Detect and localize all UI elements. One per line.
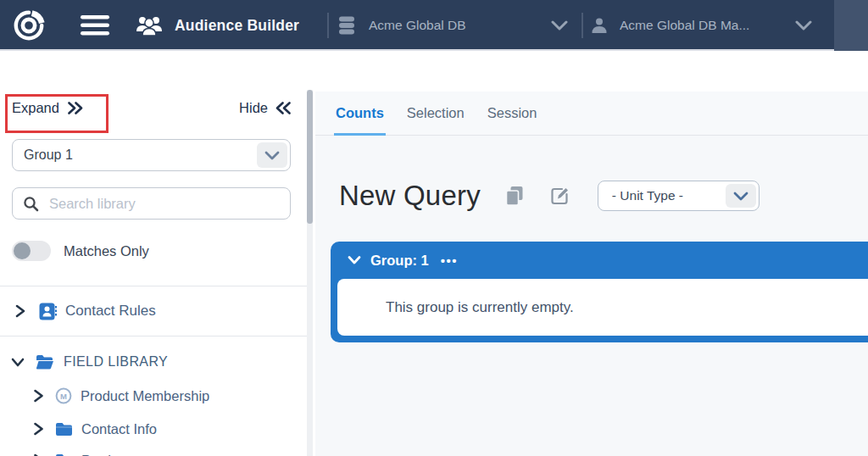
group-title: Group: 1 — [370, 253, 429, 269]
copy-query-button[interactable] — [505, 186, 524, 206]
chevron-down-icon — [551, 20, 568, 31]
group-empty-message: This group is currently empty. — [337, 299, 574, 316]
hide-button[interactable]: Hide — [239, 100, 292, 116]
query-title: New Query — [339, 180, 481, 212]
chevron-right-icon[interactable] — [14, 304, 26, 318]
sidebar-item-products[interactable]: Products — [33, 448, 136, 456]
library-item-label: Products — [81, 453, 136, 456]
tab-selection[interactable]: Selection — [407, 92, 465, 136]
folder-open-icon — [36, 354, 54, 370]
edit-pencil-icon — [550, 186, 570, 206]
m-circle-icon: M — [55, 387, 72, 404]
group-empty-box: This group is currently empty. — [337, 279, 868, 336]
database-icon — [337, 15, 356, 36]
svg-text:M: M — [60, 392, 67, 401]
toggle-knob — [14, 242, 31, 259]
unit-type-select[interactable]: - Unit Type - — [598, 181, 760, 211]
tab-counts[interactable]: Counts — [336, 92, 384, 136]
matches-only-label: Matches Only — [64, 243, 149, 259]
group-select-value: Group 1 — [13, 147, 73, 163]
database-selector-label: Acme Global DB — [369, 18, 466, 33]
search-icon — [23, 196, 39, 212]
tab-session[interactable]: Session — [487, 92, 537, 136]
library-item-label: Contact Info — [81, 421, 157, 437]
edit-query-button[interactable] — [550, 186, 570, 206]
database-selector[interactable]: Acme Global DB — [337, 0, 568, 51]
search-input[interactable] — [39, 196, 259, 212]
double-chevron-right-icon — [67, 101, 83, 115]
folder-icon — [55, 453, 73, 456]
field-library-label: FIELD LIBRARY — [64, 354, 168, 370]
header-divider — [581, 13, 583, 38]
expand-label: Expand — [12, 100, 59, 116]
unit-type-value: - Unit Type - — [598, 188, 683, 203]
contact-card-icon — [39, 303, 57, 320]
group-menu-ellipsis-icon[interactable]: ••• — [441, 253, 458, 268]
top-nav: Audience Builder Acme Global DB — [0, 0, 868, 51]
matches-only-toggle[interactable]: Matches Only — [12, 241, 149, 261]
search-library-box — [12, 187, 291, 220]
chevron-right-icon[interactable] — [33, 389, 44, 403]
contact-rules-label: Contact Rules — [65, 303, 156, 320]
query-title-row: New Query - Unit Type - — [339, 180, 760, 212]
sidebar-item-contact-rules[interactable]: Contact Rules — [14, 297, 156, 325]
collapse-group-chevron-icon[interactable] — [348, 255, 361, 265]
sidebar-item-product-membership[interactable]: M Product Membership — [33, 383, 209, 409]
brand-logo-icon[interactable] — [10, 7, 47, 44]
people-group-icon — [136, 14, 163, 36]
chevron-down-icon — [257, 142, 287, 168]
sidebar-item-field-library[interactable]: FIELD LIBRARY — [11, 349, 168, 375]
query-group-card: Group: 1 ••• This group is currently emp… — [331, 242, 868, 342]
user-selector[interactable]: Acme Global DB Ma... — [590, 0, 812, 51]
divider — [0, 336, 307, 336]
chevron-right-icon[interactable] — [33, 422, 44, 436]
hide-label: Hide — [239, 100, 268, 116]
app-chip: Audience Builder — [136, 0, 299, 51]
library-item-label: Product Membership — [81, 388, 209, 404]
chevron-down-icon — [795, 20, 812, 31]
double-chevron-left-icon — [275, 101, 292, 115]
menu-icon[interactable] — [76, 12, 114, 39]
app-title: Audience Builder — [175, 17, 299, 35]
divider — [0, 286, 307, 286]
header-right-button[interactable] — [834, 0, 868, 51]
sidebar-item-contact-info[interactable]: Contact Info — [33, 416, 157, 442]
sidebar-scrollbar-thumb[interactable] — [307, 90, 313, 224]
tab-bar: Counts Selection Session — [315, 92, 868, 136]
toggle-track — [12, 241, 51, 261]
expand-button[interactable]: Expand — [12, 100, 83, 116]
folder-icon — [55, 422, 73, 437]
group-select[interactable]: Group 1 — [12, 139, 291, 171]
chevron-down-icon[interactable] — [11, 357, 25, 368]
chevron-down-icon — [726, 184, 756, 208]
header-divider — [327, 13, 329, 38]
library-sidebar: Expand Hide Group 1 — [0, 53, 307, 456]
copy-icon — [505, 186, 524, 206]
user-selector-label: Acme Global DB Ma... — [620, 18, 749, 33]
person-icon — [590, 16, 609, 35]
audience-builder-app: Audience Builder Acme Global DB — [0, 0, 868, 456]
query-builder-panel: Counts Selection Session New Query — [315, 92, 868, 456]
group-header: Group: 1 ••• — [331, 242, 868, 279]
